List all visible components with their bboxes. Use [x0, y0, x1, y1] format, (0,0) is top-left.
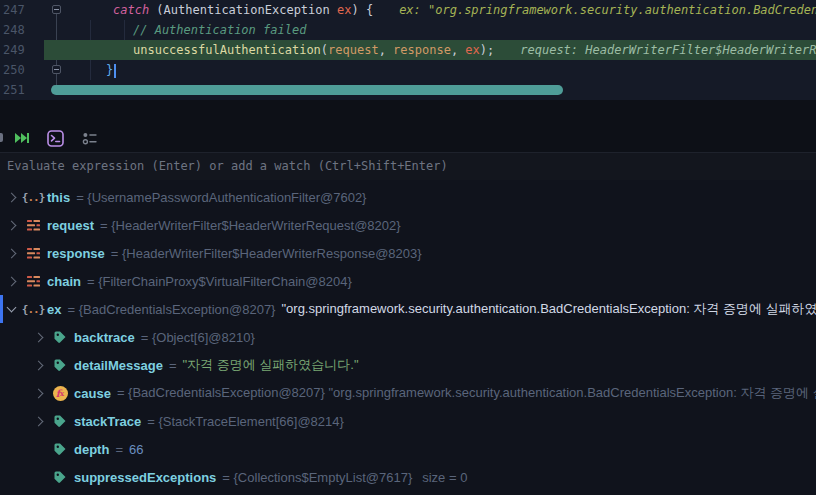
variable-row-this[interactable]: {..} this = {UsernamePasswordAuthenticat…	[0, 183, 816, 211]
variable-row-chain[interactable]: chain = {FilterChainProxy$VirtualFilterC…	[0, 267, 816, 295]
field-tag-icon	[51, 414, 69, 428]
variable-value: = {StackTraceElement[66]@8214}	[147, 414, 344, 429]
variable-name: suppressedExceptions	[74, 470, 216, 485]
variable-value: =	[115, 442, 123, 457]
chevron-down-icon[interactable]	[7, 303, 17, 313]
collection-size: size = 0	[422, 470, 467, 485]
variable-name: this	[47, 190, 70, 205]
object-braces-icon: {..}	[24, 303, 42, 316]
method-call: unsuccessfulAuthentication	[133, 43, 321, 57]
variable-row-response[interactable]: response = {HeaderWriterFilter$HeaderWri…	[0, 239, 816, 267]
line-number: 247	[0, 0, 44, 20]
parameter-icon	[24, 275, 42, 288]
variable-name: stackTrace	[74, 414, 141, 429]
exception-var: ex	[337, 3, 351, 17]
debugger-inline-hint: request: HeaderWriterFilter$HeaderWriter…	[520, 43, 816, 57]
variable-name: cause	[74, 386, 111, 401]
number-value: 66	[129, 442, 143, 457]
resume-to-cursor-icon	[14, 130, 30, 146]
variable-name: request	[47, 218, 94, 233]
variable-row-detailmessage[interactable]: detailMessage = "자격 증명에 실패하였습니다."	[0, 351, 816, 379]
line-number: 250	[0, 60, 44, 80]
chevron-right-icon[interactable]	[7, 276, 17, 286]
object-braces-icon: {..}	[24, 191, 42, 204]
open-console-button[interactable]	[47, 130, 64, 147]
resume-to-cursor-button[interactable]	[13, 130, 30, 147]
code-line-248[interactable]: 248 // Authentication failed	[0, 20, 816, 40]
chevron-right-icon[interactable]	[7, 192, 17, 202]
variable-row-cause[interactable]: fx cause = {BadCredentialsException@8207…	[0, 379, 816, 407]
exception-string-value: "org.springframework.security.authentica…	[281, 300, 816, 318]
chevron-right-icon[interactable]	[7, 220, 17, 230]
field-tag-icon	[51, 358, 69, 372]
execution-line-highlight: unsuccessfulAuthentication(request, resp…	[44, 40, 816, 60]
line-number: 248	[0, 20, 44, 40]
field-tag-icon	[51, 470, 69, 484]
code-text: (AuthenticationException	[156, 3, 337, 17]
variable-name: depth	[74, 442, 109, 457]
code-line-250[interactable]: 250 }	[0, 60, 816, 80]
code-text: ) {	[351, 3, 373, 17]
variable-value: = {FilterChainProxy$VirtualFilterChain@8…	[87, 274, 352, 289]
variable-value: = {UsernamePasswordAuthenticationFilter@…	[76, 190, 366, 205]
parameter-icon	[24, 219, 42, 232]
variable-row-suppressedexceptions[interactable]: suppressedExceptions = {Collections$Empt…	[0, 463, 816, 491]
closing-brace: }	[106, 63, 113, 77]
debugger-inline-hint: ex: "org.springframework.security.authen…	[399, 3, 816, 17]
comment-text: // Authentication failed	[133, 23, 306, 37]
chevron-right-icon[interactable]	[34, 332, 44, 342]
text-caret	[114, 64, 116, 78]
variable-value: = {Collections$EmptyList@7617}	[222, 470, 412, 485]
field-tag-icon	[51, 330, 69, 344]
evaluate-expression-input[interactable]: Evaluate expression (Enter) or add a wat…	[0, 152, 816, 180]
chevron-right-icon[interactable]	[34, 416, 44, 426]
layout-settings-icon	[82, 131, 98, 146]
variable-name: chain	[47, 274, 81, 289]
variable-value: =	[169, 358, 177, 373]
chevron-right-icon[interactable]	[7, 248, 17, 258]
variable-value: = {BadCredentialsException@8207}	[67, 302, 275, 317]
argument-ex: ex	[465, 43, 479, 57]
code-line-249-current[interactable]: 249 unsuccessfulAuthentication(request, …	[0, 40, 816, 60]
argument-request: request	[328, 43, 379, 57]
variable-value: = {BadCredentialsException@8207} "org.sp…	[117, 384, 816, 402]
variables-panel: {..} this = {UsernamePasswordAuthenticat…	[0, 180, 816, 495]
chevron-right-icon[interactable]	[34, 388, 44, 398]
keyword-catch: catch	[113, 3, 156, 17]
panel-gap	[0, 100, 816, 124]
variable-name: detailMessage	[74, 358, 163, 373]
variable-name: backtrace	[74, 330, 135, 345]
variable-row-backtrace[interactable]: backtrace = {Object[6]@8210}	[0, 323, 816, 351]
terminal-icon	[47, 130, 64, 147]
exception-fx-icon: fx	[51, 386, 69, 401]
layout-settings-button[interactable]	[81, 130, 98, 147]
variable-value: = {HeaderWriterFilter$HeaderWriterRespon…	[111, 246, 422, 261]
variable-name: response	[47, 246, 105, 261]
parameter-icon	[24, 247, 42, 260]
variable-value: = {HeaderWriterFilter$HeaderWriterReques…	[100, 218, 401, 233]
debug-toolbar	[0, 124, 816, 152]
variable-value: = {Object[6]@8210}	[141, 330, 255, 345]
code-line-247[interactable]: 247 catch (AuthenticationException ex) {…	[0, 0, 816, 20]
variable-row-request[interactable]: request = {HeaderWriterFilter$HeaderWrit…	[0, 211, 816, 239]
variable-row-stacktrace[interactable]: stackTrace = {StackTraceElement[66]@8214…	[0, 407, 816, 435]
line-number: 249	[0, 40, 44, 60]
variable-name: ex	[47, 302, 61, 317]
horizontal-scrollbar-thumb[interactable]	[51, 85, 563, 95]
field-tag-icon	[51, 442, 69, 456]
line-number: 251	[0, 80, 44, 100]
variable-row-depth[interactable]: depth = 66	[0, 435, 816, 463]
code-editor: 247 catch (AuthenticationException ex) {…	[0, 0, 816, 100]
argument-response: response	[393, 43, 451, 57]
code-line-251[interactable]: 251	[0, 80, 816, 100]
variable-row-ex-selected[interactable]: {..} ex = {BadCredentialsException@8207}…	[0, 295, 816, 323]
clipped-toolbar-icon	[0, 133, 3, 142]
chevron-right-icon[interactable]	[34, 360, 44, 370]
string-value: "자격 증명에 실패하였습니다."	[182, 356, 358, 374]
